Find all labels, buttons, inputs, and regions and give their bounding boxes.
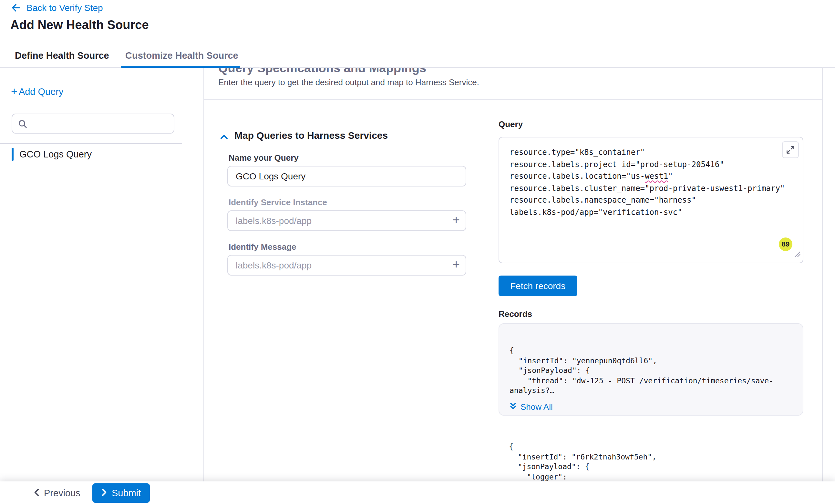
query-line: resource.labels.namespace_name="harness": [510, 194, 792, 206]
identify-message-label: Identify Message: [229, 242, 297, 252]
sidebar-item-gco-logs-query[interactable]: GCO Logs Query: [12, 146, 92, 161]
arrow-left-icon: [10, 3, 21, 13]
record-card: { "insertId": "r6rk2tnah3owf5eh", "jsonP…: [498, 442, 803, 481]
double-chevron-down-icon: [510, 402, 517, 412]
query-label: Query: [498, 119, 523, 129]
tab-define-health-source[interactable]: Define Health Source: [15, 45, 109, 68]
name-query-label: Name your Query: [229, 153, 299, 163]
footer-bar: Previous Submit: [0, 481, 835, 504]
query-line: labels.k8s-pod/app="verification-svc": [510, 206, 792, 218]
chevron-up-icon[interactable]: [220, 132, 229, 144]
service-instance-label: Identify Service Instance: [229, 197, 327, 207]
service-instance-input[interactable]: [227, 210, 466, 231]
back-to-verify-step-link[interactable]: Back to Verify Step: [10, 3, 103, 13]
query-line: resource.labels.cluster_name="prod-priva…: [510, 182, 792, 194]
identify-message-field-wrap: +: [227, 255, 466, 276]
chevron-left-icon: [34, 488, 39, 498]
section-subtitle: Enter the query to get the desired outpu…: [218, 78, 479, 87]
sidebar-divider: [0, 143, 182, 144]
record-json: { "insertId": "r6rk2tnah3owf5eh", "jsonP…: [509, 442, 793, 481]
query-search-box: [12, 113, 175, 133]
map-queries-heading: Map Queries to Harness Services: [235, 130, 388, 141]
resize-handle-icon[interactable]: [794, 249, 801, 261]
name-query-input[interactable]: [227, 166, 466, 187]
tab-customize-health-source[interactable]: Customize Health Source: [125, 45, 238, 68]
tab-bar: Define Health Source Customize Health So…: [0, 45, 835, 68]
expand-icon[interactable]: [782, 141, 799, 158]
query-item-label: GCO Logs Query: [19, 149, 92, 159]
identify-message-input[interactable]: [227, 255, 466, 276]
plus-icon: +: [11, 86, 17, 97]
query-line: resource.type="k8s_container": [510, 146, 792, 159]
plus-icon[interactable]: +: [453, 214, 460, 227]
active-tab-underline: [121, 66, 240, 68]
name-query-field-wrap: [227, 166, 466, 187]
record-card: { "insertId": "yennepun0qtd6ll6", "jsonP…: [498, 323, 803, 416]
search-input[interactable]: [12, 114, 174, 133]
chevron-right-icon: [101, 488, 107, 498]
show-all-link[interactable]: Show All: [510, 402, 792, 412]
previous-label: Previous: [44, 488, 80, 498]
previous-button[interactable]: Previous: [30, 484, 84, 502]
section-title: Query Specifications and Mappings: [218, 68, 426, 76]
query-line: resource.labels.location="us-west1": [510, 170, 792, 182]
submit-label: Submit: [112, 488, 141, 498]
add-health-source-page: Back to Verify Step Add New Health Sourc…: [0, 0, 835, 504]
records-label: Records: [498, 309, 532, 319]
service-instance-field-wrap: +: [227, 210, 466, 231]
plus-icon[interactable]: +: [453, 258, 460, 271]
back-link-label: Back to Verify Step: [26, 3, 103, 13]
query-mapping-panel: Query Specifications and Mappings Enter …: [203, 68, 823, 481]
fetch-records-button[interactable]: Fetch records: [498, 276, 577, 296]
record-json: { "insertId": "yennepun0qtd6ll6", "jsonP…: [510, 346, 792, 396]
page-title: Add New Health Source: [10, 18, 149, 32]
submit-button[interactable]: Submit: [93, 483, 150, 503]
char-count-badge: 89: [779, 237, 792, 251]
section-divider: [204, 99, 822, 100]
add-query-label: Add Query: [19, 86, 64, 97]
query-editor[interactable]: resource.type="k8s_container" resource.l…: [498, 137, 803, 263]
spellcheck-word: west1: [645, 172, 668, 181]
show-all-label: Show All: [521, 402, 553, 412]
query-line: resource.labels.project_id="prod-setup-2…: [510, 159, 792, 170]
add-query-button[interactable]: + Add Query: [11, 86, 64, 97]
active-item-bar: [12, 147, 14, 160]
